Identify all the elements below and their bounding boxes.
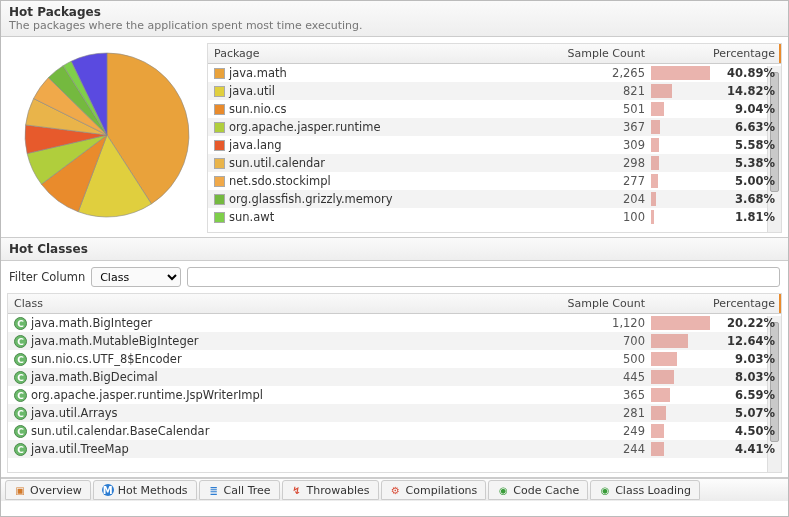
package-color-swatch-icon [214, 122, 225, 133]
percentage-cell: 14.82% [651, 82, 781, 100]
tab-overview[interactable]: ▣ Overview [5, 480, 91, 500]
class-name: sun.nio.cs.UTF_8$Encoder [31, 352, 182, 366]
percentage-cell: 9.04% [651, 100, 781, 118]
column-header-percentage-label: Percentage [713, 47, 775, 60]
column-header-percentage[interactable]: Percentage [651, 44, 781, 64]
percentage-cell: 5.07% [651, 404, 781, 422]
percentage-cell: 6.63% [651, 118, 781, 136]
column-header-class-label: Class [14, 297, 43, 310]
package-color-swatch-icon [214, 176, 225, 187]
package-color-swatch-icon [214, 212, 225, 223]
percentage-cell: 6.59% [651, 386, 781, 404]
package-name: net.sdo.stockimpl [229, 174, 331, 188]
column-header-percentage-label: Percentage [713, 297, 775, 310]
class-name: org.apache.jasper.runtime.JspWriterImpl [31, 388, 263, 402]
percentage-cell: 4.41% [651, 440, 781, 458]
table-row[interactable]: java.lang3095.58% [208, 136, 781, 154]
sample-count-cell: 277 [541, 172, 651, 190]
table-row[interactable]: sun.util.calendar2985.38% [208, 154, 781, 172]
tab-hot-methods-label: Hot Methods [118, 484, 188, 497]
percentage-cell: 5.58% [651, 136, 781, 154]
tab-call-tree[interactable]: ≣ Call Tree [199, 480, 280, 500]
tab-throwables[interactable]: ↯ Throwables [282, 480, 379, 500]
table-row[interactable]: Corg.apache.jasper.runtime.JspWriterImpl… [8, 386, 781, 404]
sample-count-cell: 365 [541, 386, 651, 404]
tab-code-cache[interactable]: ◉ Code Cache [488, 480, 588, 500]
tab-class-loading[interactable]: ◉ Class Loading [590, 480, 700, 500]
filter-row: Filter Column Class [7, 263, 782, 293]
filter-column-label: Filter Column [9, 270, 85, 284]
table-row[interactable]: java.util82114.82% [208, 82, 781, 100]
tab-call-tree-label: Call Tree [224, 484, 271, 497]
table-row[interactable]: org.apache.jasper.runtime3676.63% [208, 118, 781, 136]
table-row[interactable]: Cjava.util.TreeMap2444.41% [8, 440, 781, 458]
column-header-class[interactable]: Class [8, 294, 541, 314]
percentage-cell: 8.03% [651, 368, 781, 386]
package-name: java.util [229, 84, 275, 98]
class-name: sun.util.calendar.BaseCalendar [31, 424, 209, 438]
package-color-swatch-icon [214, 158, 225, 169]
class-icon: C [14, 335, 27, 348]
class-icon: C [14, 317, 27, 330]
tab-class-loading-label: Class Loading [615, 484, 691, 497]
class-icon: C [14, 353, 27, 366]
column-header-sample-count-label: Sample Count [568, 47, 645, 60]
sample-count-cell: 821 [541, 82, 651, 100]
sample-count-cell: 500 [541, 350, 651, 368]
table-row[interactable]: Csun.util.calendar.BaseCalendar2494.50% [8, 422, 781, 440]
sample-count-cell: 249 [541, 422, 651, 440]
filter-text-input[interactable] [187, 267, 780, 287]
column-header-percentage[interactable]: Percentage [651, 294, 781, 314]
sample-count-cell: 100 [541, 208, 651, 226]
class-icon: C [14, 371, 27, 384]
hot-packages-header: Hot Packages The packages where the appl… [1, 1, 788, 37]
tab-compilations[interactable]: ⚙ Compilations [381, 480, 487, 500]
tab-overview-label: Overview [30, 484, 82, 497]
sort-indicator-icon [779, 294, 781, 313]
filter-column-select[interactable]: Class [91, 267, 181, 287]
class-icon: C [14, 443, 27, 456]
table-row[interactable]: sun.awt1001.81% [208, 208, 781, 226]
sample-count-cell: 1,120 [541, 314, 651, 333]
call-tree-icon: ≣ [208, 484, 220, 496]
percentage-cell: 4.50% [651, 422, 781, 440]
package-name: java.lang [229, 138, 282, 152]
hot-packages-subtitle: The packages where the application spent… [9, 19, 780, 32]
column-header-package[interactable]: Package [208, 44, 541, 64]
package-name: sun.awt [229, 210, 274, 224]
sample-count-cell: 2,265 [541, 64, 651, 83]
table-row[interactable]: Csun.nio.cs.UTF_8$Encoder5009.03% [8, 350, 781, 368]
table-row[interactable]: Cjava.util.Arrays2815.07% [8, 404, 781, 422]
class-name: java.math.BigDecimal [31, 370, 158, 384]
package-name: sun.util.calendar [229, 156, 325, 170]
package-color-swatch-icon [214, 194, 225, 205]
class-icon: C [14, 389, 27, 402]
column-header-sample-count[interactable]: Sample Count [541, 294, 651, 314]
table-row[interactable]: Cjava.math.BigDecimal4458.03% [8, 368, 781, 386]
percentage-cell: 3.68% [651, 190, 781, 208]
table-row[interactable]: sun.nio.cs5019.04% [208, 100, 781, 118]
tab-hot-methods[interactable]: M Hot Methods [93, 480, 197, 500]
table-row[interactable]: Cjava.math.BigInteger1,12020.22% [8, 314, 781, 333]
package-color-swatch-icon [214, 140, 225, 151]
sample-count-cell: 445 [541, 368, 651, 386]
class-loading-icon: ◉ [599, 484, 611, 496]
percentage-cell: 20.22% [651, 314, 781, 333]
table-row[interactable]: net.sdo.stockimpl2775.00% [208, 172, 781, 190]
percentage-cell: 5.38% [651, 154, 781, 172]
package-name: java.math [229, 66, 287, 80]
hot-classes-body: Filter Column Class Class Sample Count P… [1, 261, 788, 477]
hot-packages-body: Package Sample Count Percentage java.mat… [1, 37, 788, 237]
column-header-sample-count[interactable]: Sample Count [541, 44, 651, 64]
table-row[interactable]: Cjava.math.MutableBigInteger70012.64% [8, 332, 781, 350]
table-row[interactable]: org.glassfish.grizzly.memory2043.68% [208, 190, 781, 208]
table-row[interactable]: java.math2,26540.89% [208, 64, 781, 83]
sample-count-cell: 309 [541, 136, 651, 154]
sample-count-cell: 367 [541, 118, 651, 136]
column-header-package-label: Package [214, 47, 260, 60]
package-name: org.glassfish.grizzly.memory [229, 192, 393, 206]
hot-methods-icon: M [102, 484, 114, 496]
tab-code-cache-label: Code Cache [513, 484, 579, 497]
tab-throwables-label: Throwables [307, 484, 370, 497]
code-cache-icon: ◉ [497, 484, 509, 496]
